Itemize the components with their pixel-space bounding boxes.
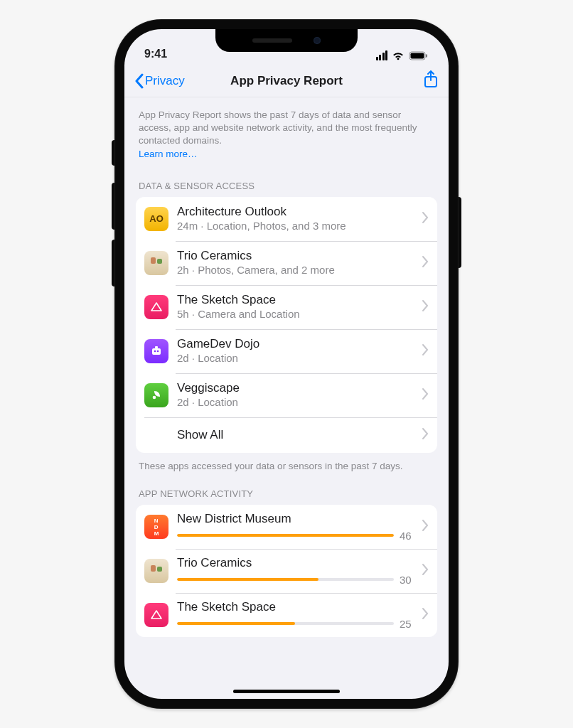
app-icon: AO: [144, 207, 168, 231]
progress-bar: [177, 578, 394, 581]
back-label: Privacy: [145, 74, 185, 88]
chevron-right-icon: [422, 256, 429, 270]
app-name: The Sketch Space: [177, 293, 418, 307]
app-name: New District Museum: [177, 512, 418, 526]
app-row[interactable]: NDM New District Museum 46: [136, 505, 437, 549]
side-button: [112, 240, 114, 287]
app-subtitle: 2d · Location: [177, 396, 418, 410]
app-icon: [144, 251, 168, 275]
progress-value: 25: [400, 618, 418, 630]
app-row[interactable]: The Sketch Space 5h · Camera and Locatio…: [136, 285, 437, 329]
chevron-right-icon: [422, 608, 429, 622]
section-footer-data-access: These apps accessed your data or sensors…: [136, 453, 437, 473]
app-name: Architecture Outlook: [177, 205, 418, 219]
home-indicator[interactable]: [233, 690, 340, 693]
app-subtitle: 24m · Location, Photos, and 3 more: [177, 220, 418, 233]
app-row[interactable]: AO Architecture Outlook 24m · Location, …: [136, 197, 437, 241]
status-time: 9:41: [144, 48, 167, 60]
intro-block: App Privacy Report shows the past 7 days…: [136, 97, 437, 165]
show-all-label: Show All: [177, 428, 418, 442]
app-row[interactable]: Trio Ceramics 2h · Photos, Camera, and 2…: [136, 241, 437, 285]
side-button: [112, 183, 114, 230]
section-header-data-access: DATA & SENSOR ACCESS: [136, 165, 437, 197]
wifi-icon: [392, 51, 405, 60]
app-subtitle: 2h · Photos, Camera, and 2 more: [177, 264, 418, 277]
svg-rect-11: [151, 565, 156, 572]
chevron-right-icon: [422, 300, 429, 314]
progress-fill: [177, 534, 394, 537]
section-header-network: APP NETWORK ACTIVITY: [136, 473, 437, 505]
chevron-right-icon: [422, 564, 429, 578]
chevron-right-icon: [422, 212, 429, 226]
battery-icon: [409, 51, 429, 60]
app-row[interactable]: Veggiscape 2d · Location: [136, 373, 437, 417]
content-scroll[interactable]: App Privacy Report shows the past 7 days…: [124, 97, 449, 699]
share-button[interactable]: [423, 70, 439, 92]
chevron-right-icon: [422, 520, 429, 534]
progress-fill: [177, 622, 295, 625]
app-row[interactable]: GameDev Dojo 2d · Location: [136, 329, 437, 373]
learn-more-link[interactable]: Learn more…: [139, 149, 198, 159]
app-row[interactable]: The Sketch Space 25: [136, 593, 437, 637]
back-button[interactable]: Privacy: [134, 73, 185, 89]
app-icon: [144, 339, 168, 363]
front-camera: [314, 37, 321, 44]
cellular-icon: [376, 50, 388, 60]
nav-bar: Privacy App Privacy Report: [124, 65, 449, 97]
notch: [215, 29, 358, 52]
page-title: App Privacy Report: [230, 74, 343, 88]
app-name: Trio Ceramics: [177, 249, 418, 263]
app-name: Veggiscape: [177, 381, 418, 395]
svg-rect-4: [151, 257, 156, 264]
chevron-right-icon: [422, 428, 429, 442]
app-subtitle: 5h · Camera and Location: [177, 308, 418, 321]
svg-point-10: [153, 396, 156, 400]
speaker-grille: [252, 38, 292, 43]
app-name: The Sketch Space: [177, 600, 418, 614]
intro-text: App Privacy Report shows the past 7 days…: [139, 109, 417, 146]
phone-frame: 9:41 Privacy App Privacy Report: [114, 19, 459, 709]
data-access-list: AO Architecture Outlook 24m · Location, …: [136, 197, 437, 453]
show-all-row[interactable]: Show All: [136, 417, 437, 453]
app-name: Trio Ceramics: [177, 556, 418, 570]
chevron-right-icon: [422, 388, 429, 402]
screen: 9:41 Privacy App Privacy Report: [124, 29, 449, 699]
svg-rect-9: [155, 346, 158, 348]
svg-rect-2: [426, 54, 427, 58]
app-subtitle: 2d · Location: [177, 352, 418, 365]
svg-point-7: [154, 350, 156, 353]
svg-rect-1: [411, 53, 424, 58]
svg-rect-6: [152, 348, 161, 355]
app-icon: [144, 603, 168, 627]
spacer: [144, 423, 168, 447]
chevron-right-icon: [422, 344, 429, 358]
share-icon: [423, 70, 439, 89]
app-icon: NDM: [144, 515, 168, 539]
progress-bar: [177, 534, 394, 537]
svg-point-8: [157, 350, 159, 353]
progress-value: 46: [400, 530, 418, 542]
app-icon: [144, 295, 168, 319]
progress-bar: [177, 622, 394, 625]
side-button: [459, 197, 461, 268]
chevron-left-icon: [134, 73, 144, 89]
svg-rect-12: [157, 567, 162, 572]
app-name: GameDev Dojo: [177, 337, 418, 351]
progress-value: 30: [400, 574, 418, 586]
progress-fill: [177, 578, 318, 581]
status-indicators: [376, 50, 429, 60]
network-activity-list: NDM New District Museum 46: [136, 505, 437, 637]
side-button: [112, 140, 114, 166]
app-icon: [144, 559, 168, 583]
svg-rect-5: [157, 259, 162, 264]
app-icon: [144, 383, 168, 407]
app-row[interactable]: Trio Ceramics 30: [136, 549, 437, 593]
